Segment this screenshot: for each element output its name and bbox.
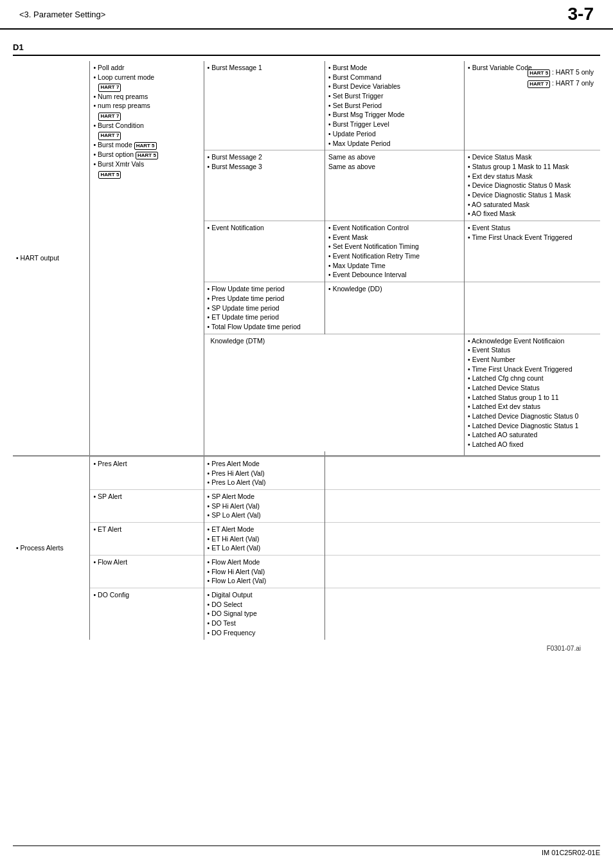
spacer-col4 xyxy=(465,451,600,456)
burst-condition: Burst Condition xyxy=(93,121,200,131)
num-req-preams: Num req preams xyxy=(93,92,200,102)
hart7-badge-3: HART 7 xyxy=(98,132,121,140)
hart-output-row: • HART output Poll addr Loop current mod… xyxy=(13,61,600,150)
hart7-badge: HART 7 xyxy=(528,80,550,88)
pres-lo-alert: Pres Lo Alert (Val) xyxy=(208,478,322,487)
et-alert-mode: ET Alert Mode xyxy=(208,525,322,534)
et-update-time: ET Update time period xyxy=(208,312,322,322)
hart5-badge: HART 5 xyxy=(528,69,550,77)
burst-params-cell: Burst Mode Burst Command Burst Device Va… xyxy=(325,61,465,150)
event-notif-control: Event Notification Control xyxy=(328,223,461,233)
burst-trigger-level: Burst Trigger Level xyxy=(328,120,461,129)
knowledge-dd: Knowledge (DD) xyxy=(328,284,461,294)
knowledge-dtm-label: Knowledge (DTM) xyxy=(204,334,465,451)
update-period: Update Period xyxy=(328,129,461,139)
burst-msg-1: Burst Message 1 xyxy=(208,63,322,73)
flow-hi-alert: Flow Hi Alert (Val) xyxy=(208,567,322,577)
page-number: 3-7 xyxy=(568,4,594,24)
sp-alert-mode: SP Alert Mode xyxy=(208,492,322,502)
flow-lo-alert: Flow Lo Alert (Val) xyxy=(208,576,322,586)
device-diag-0-mask: Device Diagnostic Status 0 Mask xyxy=(468,181,597,190)
device-status-mask: Device Status Mask xyxy=(468,152,597,162)
do-select: DO Select xyxy=(208,600,322,610)
burst-msg-2: Burst Message 2 xyxy=(208,152,322,162)
burst-xmtr-vals: Burst Xmtr Vals xyxy=(93,159,200,169)
pres-alert-col2: Pres Alert Mode Pres Hi Alert (Val) Pres… xyxy=(204,457,325,489)
parameter-diagram: • HART output Poll addr Loop current mod… xyxy=(13,61,600,640)
set-burst-period: Set Burst Period xyxy=(328,101,461,111)
flow-alert-col1: Flow Alert xyxy=(90,556,204,588)
event-notif-col2: Event Notification xyxy=(204,221,325,282)
et-alert-col1: ET Alert xyxy=(90,522,204,555)
burst-option-item: • Burst option HART 5 xyxy=(93,150,200,159)
burst-command: Burst Command xyxy=(328,73,461,82)
num-resp-preams: num resp preams xyxy=(93,101,200,111)
legend: HART 5 : HART 5 only HART 7 : HART 7 onl… xyxy=(528,67,594,89)
burst-msg-trigger: Burst Msg Trigger Mode xyxy=(328,110,461,120)
time-first-unack-2: Time First Unack Event Triggered xyxy=(468,365,597,374)
do-config: DO Config xyxy=(93,590,200,600)
et-alert-row: ET Alert ET Alert Mode ET Hi Alert (Val)… xyxy=(13,522,600,555)
pres-alert: Pres Alert xyxy=(93,459,200,469)
spacer-col3 xyxy=(325,451,465,456)
event-notification: Event Notification xyxy=(208,223,322,233)
process-alerts-text: • Process Alerts xyxy=(16,544,64,552)
latched-device-diag-1: Latched Device Diagnostic Status 1 xyxy=(468,421,597,431)
burst-mode: Burst Mode xyxy=(328,63,461,73)
sp-alert-row: SP Alert SP Alert Mode SP Hi Alert (Val)… xyxy=(13,489,600,522)
burst-msg-3: Burst Message 3 xyxy=(208,162,322,172)
poll-addr: Poll addr xyxy=(93,63,200,73)
total-flow-update: Total Flow Update time period xyxy=(208,322,322,332)
mask-cell: Device Status Mask Status group 1 Mask t… xyxy=(465,150,600,221)
event-status-2: Event Status xyxy=(468,345,597,355)
sp-lo-alert: SP Lo Alert (Val) xyxy=(208,511,322,520)
event-mask: Event Mask xyxy=(328,233,461,242)
col1-hart-output: Poll addr Loop current mode HART 7 Num r… xyxy=(90,61,204,456)
flow-alert-row: Flow Alert Flow Alert Mode Flow Hi Alert… xyxy=(13,556,600,588)
et-alert: ET Alert xyxy=(93,525,200,534)
latched-device-status: Latched Device Status xyxy=(468,383,597,393)
flow-alert-col34 xyxy=(325,556,600,588)
latched-cfg-chng: Latched Cfg chng count xyxy=(468,374,597,383)
latched-ext-dev-status: Latched Ext dev status xyxy=(468,402,597,411)
knowledge-dtm-details: Acknowledge Event Notificaion Event Stat… xyxy=(465,334,600,451)
top-divider xyxy=(13,55,600,56)
d1-label: D1 xyxy=(13,42,600,52)
et-lo-alert: ET Lo Alert (Val) xyxy=(208,543,322,553)
flow-update-time: Flow Update time period xyxy=(208,284,322,294)
event-status-1: Event Status xyxy=(468,223,597,233)
sp-update-time: SP Update time period xyxy=(208,303,322,313)
digital-output: Digital Output xyxy=(208,590,322,600)
do-config-col34 xyxy=(325,588,600,640)
do-test: DO Test xyxy=(208,619,322,628)
pres-update-time: Pres Update time period xyxy=(208,294,322,303)
hart7-badge-1: HART 7 xyxy=(98,84,121,91)
latched-device-diag-0: Latched Device Diagnostic Status 0 xyxy=(468,411,597,421)
same-as-above-2: Same as above xyxy=(328,162,461,172)
do-config-col1: DO Config xyxy=(90,588,204,640)
blank-col4-flow xyxy=(465,282,600,334)
ao-saturated-mask: AO saturated Mask xyxy=(468,200,597,210)
max-update-time: Max Update Time xyxy=(328,261,461,271)
flow-alert-col2: Flow Alert Mode Flow Hi Alert (Val) Flow… xyxy=(204,556,325,588)
do-signal-type: DO Signal type xyxy=(208,609,322,619)
set-event-notif-timing: Set Event Notification Timing xyxy=(328,242,461,251)
et-alert-col2: ET Alert Mode ET Hi Alert (Val) ET Lo Al… xyxy=(204,522,325,555)
burst-msg-1-cell: Burst Message 1 xyxy=(204,61,325,150)
et-alert-col34 xyxy=(325,522,600,555)
event-debounce: Event Debounce Interval xyxy=(328,270,461,280)
latched-ao-fixed: Latched AO fixed xyxy=(468,440,597,449)
knowledge-dtm-text: Knowledge (DTM) xyxy=(211,336,461,346)
doc-id: IM 01C25R02-01E xyxy=(542,849,600,856)
sp-alert: SP Alert xyxy=(93,492,200,502)
flow-alert-mode: Flow Alert Mode xyxy=(208,557,322,567)
hart7-badge-2: HART 7 xyxy=(98,113,121,120)
sp-hi-alert: SP Hi Alert (Val) xyxy=(208,502,322,511)
sp-alert-col1: SP Alert xyxy=(90,489,204,522)
do-config-col2: Digital Output DO Select DO Signal type … xyxy=(204,588,325,640)
max-update-period: Max Update Period xyxy=(328,139,461,149)
ao-fixed-mask: AO fixed Mask xyxy=(468,209,597,219)
do-frequency: DO Frequency xyxy=(208,628,322,638)
pres-alert-col1: Pres Alert xyxy=(90,457,204,489)
hart-output-text: • HART output xyxy=(16,254,59,262)
